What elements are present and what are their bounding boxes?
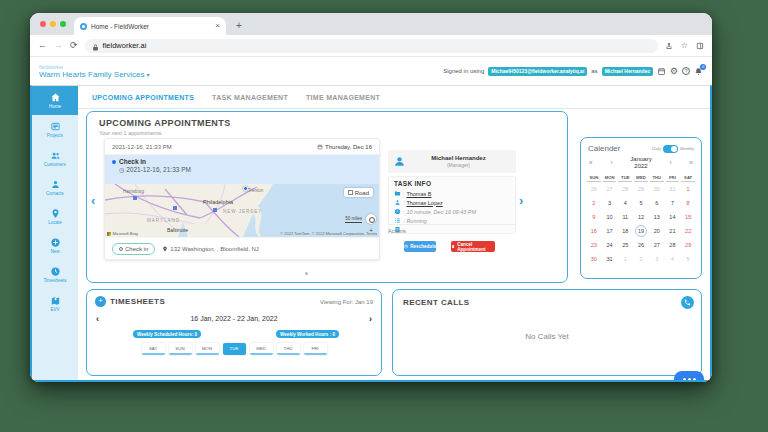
address-bar[interactable]: fieldworker.ai (85, 39, 658, 53)
calendar-day[interactable]: 28 (617, 182, 633, 196)
help-icon[interactable] (682, 67, 690, 75)
chat-widget-button[interactable] (674, 371, 704, 380)
tab-close-icon[interactable]: × (215, 22, 220, 30)
sidebar-item-timesheets[interactable]: Timesheets (32, 260, 78, 289)
calendar-day[interactable]: 26 (633, 238, 649, 252)
calendar-day[interactable]: 1 (680, 182, 696, 196)
reschedule-button[interactable]: Reschedule (404, 241, 436, 252)
task-row-value[interactable]: Thomas B (406, 191, 431, 197)
share-icon[interactable] (665, 42, 673, 50)
tab-time-management[interactable]: TIME MANAGEMENT (306, 94, 380, 101)
calendar-next-year-icon[interactable]: » (689, 159, 693, 166)
calendar-day[interactable]: 9 (586, 210, 602, 224)
check-in-button[interactable]: Check in (112, 243, 155, 255)
notifications-bell-icon[interactable]: 0 (694, 67, 703, 76)
calendar-day[interactable]: 29 (680, 238, 696, 252)
sidebar-item-new[interactable]: New (32, 231, 78, 260)
calendar-day-selected[interactable]: 19 (633, 224, 649, 238)
calendar-day[interactable]: 10 (602, 210, 618, 224)
calendar-day[interactable]: 31 (665, 182, 681, 196)
calendar-day[interactable]: 12 (633, 210, 649, 224)
reload-icon[interactable]: ⟳ (70, 41, 78, 50)
carousel-page-dot[interactable] (305, 272, 308, 275)
day-chip-sat[interactable]: SAT (142, 343, 165, 355)
calendar-day[interactable]: 3 (649, 252, 665, 266)
calendar-next-month-icon[interactable]: › (669, 159, 671, 166)
calendar-day[interactable]: 14 (665, 210, 681, 224)
browser-menu-icon[interactable] (696, 42, 704, 50)
calendar-day[interactable]: 27 (649, 238, 665, 252)
next-appointment-chevron[interactable]: › (519, 194, 523, 207)
back-icon[interactable]: ← (38, 41, 47, 50)
day-chip-wed[interactable]: WED (250, 343, 273, 355)
calendar-day[interactable]: 23 (586, 238, 602, 252)
day-chip-mon[interactable]: MON (196, 343, 219, 355)
calendar-day[interactable]: 17 (602, 224, 618, 238)
calendar-day[interactable]: 2 (586, 196, 602, 210)
gear-icon[interactable]: ⚙ (670, 67, 678, 76)
calendar-day[interactable]: 18 (617, 224, 633, 238)
calendar-day[interactable]: 15 (680, 210, 696, 224)
calendar-day[interactable]: 4 (617, 196, 633, 210)
cancel-appointment-button[interactable]: Cancel Appointment (451, 241, 495, 252)
calendar-day[interactable]: 3 (602, 196, 618, 210)
calendar-day[interactable]: 29 (633, 182, 649, 196)
org-selector[interactable]: Warm Hearts Family Services ▾ (39, 70, 150, 79)
tab-upcoming-appointments[interactable]: UPCOMING APPOINTMENTS (92, 94, 194, 101)
calendar-day[interactable]: 31 (602, 252, 618, 266)
appointment-map[interactable]: Harrisburg Trenton Philadelphia NEW JERS… (105, 184, 379, 237)
task-row-value[interactable]: Thomas Lopez (406, 200, 442, 206)
sidebar-item-contacts[interactable]: Contacts (32, 173, 78, 202)
calendar-day[interactable]: 30 (586, 252, 602, 266)
day-chip-tue[interactable]: TUE (223, 343, 246, 355)
calendar-day[interactable]: 16 (586, 224, 602, 238)
calendar-day[interactable]: 21 (665, 224, 681, 238)
timesheets-next-week-chevron[interactable]: › (369, 315, 372, 324)
day-chip-fri[interactable]: FRI (304, 343, 327, 355)
bookmark-star-icon[interactable]: ☆ (681, 41, 688, 50)
prev-appointment-chevron[interactable]: ‹ (91, 194, 95, 207)
calendar-day[interactable]: 27 (602, 182, 618, 196)
calendar-day[interactable]: 30 (649, 182, 665, 196)
close-window-button[interactable] (40, 21, 46, 27)
sidebar-item-evv[interactable]: EVV (32, 289, 78, 318)
tab-task-management[interactable]: TASK MANAGEMENT (212, 94, 288, 101)
calendar-day[interactable]: 4 (665, 252, 681, 266)
minimize-window-button[interactable] (50, 21, 56, 27)
calendar-day[interactable]: 20 (649, 224, 665, 238)
calendar-day[interactable]: 24 (602, 238, 618, 252)
sidebar-item-home[interactable]: Home (32, 86, 78, 115)
new-tab-button[interactable]: + (236, 21, 242, 31)
day-chip-thu[interactable]: THU (277, 343, 300, 355)
map-road-button[interactable]: Road (344, 188, 373, 197)
toggle-switch[interactable] (663, 145, 678, 153)
calendar-day[interactable]: 2 (633, 252, 649, 266)
browser-tab[interactable]: Home - FieldWorker × (74, 17, 226, 35)
calendar-prev-year-icon[interactable]: « (589, 159, 593, 166)
calendar-day[interactable]: 5 (633, 196, 649, 210)
calendar-day[interactable]: 25 (617, 238, 633, 252)
sidebar-item-projects[interactable]: Projects (32, 115, 78, 144)
calendar-day[interactable]: 6 (649, 196, 665, 210)
calendar-day[interactable]: 22 (680, 224, 696, 238)
sidebar-item-customers[interactable]: Customers (32, 144, 78, 173)
phone-icon[interactable] (681, 296, 694, 309)
sidebar-item-locate[interactable]: Locate (32, 202, 78, 231)
calendar-icon[interactable] (657, 67, 666, 76)
timesheets-prev-week-chevron[interactable]: ‹ (96, 315, 99, 324)
calendar-view-toggle[interactable]: Daily Monthly (652, 145, 694, 153)
calendar-day[interactable]: 1 (617, 252, 633, 266)
calendar-prev-month-icon[interactable]: ‹ (610, 159, 612, 166)
calendar-day[interactable]: 26 (586, 182, 602, 196)
calendar-day[interactable]: 5 (680, 252, 696, 266)
forward-icon[interactable]: → (54, 41, 63, 50)
calendar-day[interactable]: 28 (665, 238, 681, 252)
calendar-day[interactable]: 8 (680, 196, 696, 210)
calendar-day[interactable]: 11 (617, 210, 633, 224)
add-timesheet-icon[interactable]: + (95, 296, 106, 307)
maximize-window-button[interactable] (60, 21, 66, 27)
calendar-day[interactable]: 13 (649, 210, 665, 224)
day-chip-sun[interactable]: SUN (169, 343, 192, 355)
map-compass-button[interactable] (366, 214, 376, 224)
calendar-day[interactable]: 7 (665, 196, 681, 210)
